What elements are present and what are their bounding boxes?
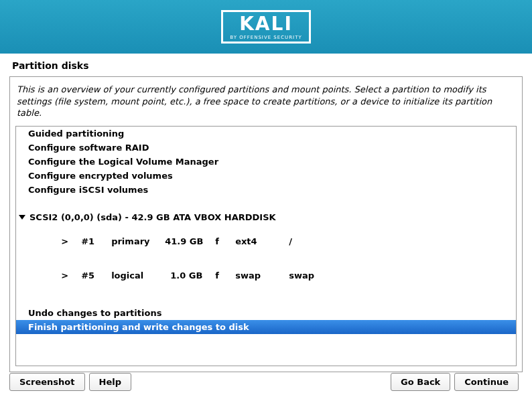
disk-label: SCSI2 (0,0,0) (sda) - 42.9 GB ATA VBOX H…	[29, 212, 276, 222]
option-configure-raid[interactable]: Configure software RAID	[16, 141, 516, 155]
partition-number: #1	[81, 236, 111, 246]
continue-button[interactable]: Continue	[454, 373, 519, 391]
partition-row[interactable]: > #5 logical 1.0 GB f swap swap	[16, 258, 516, 293]
option-configure-lvm[interactable]: Configure the Logical Volume Manager	[16, 155, 516, 169]
logo: KALI BY OFFENSIVE SECURITY	[221, 10, 310, 44]
logo-subtitle: BY OFFENSIVE SECURITY	[230, 35, 302, 40]
expand-triangle-icon	[19, 215, 25, 220]
screenshot-button[interactable]: Screenshot	[9, 373, 85, 391]
disk-header[interactable]: SCSI2 (0,0,0) (sda) - 42.9 GB ATA VBOX H…	[16, 210, 516, 224]
partition-flag: f	[215, 236, 235, 246]
option-undo-changes[interactable]: Undo changes to partitions	[16, 306, 516, 320]
partition-indicator: >	[61, 236, 81, 246]
spacer	[16, 293, 516, 306]
logo-text: KALI	[230, 15, 302, 33]
partition-number: #5	[81, 270, 111, 281]
partition-type: primary	[111, 236, 165, 246]
header-banner: KALI BY OFFENSIVE SECURITY	[0, 0, 532, 54]
partition-row[interactable]: > #1 primary 41.9 GB f ext4 /	[16, 224, 516, 258]
partition-mount: swap	[289, 270, 329, 281]
option-configure-iscsi[interactable]: Configure iSCSI volumes	[16, 183, 516, 197]
option-finish-partitioning[interactable]: Finish partitioning and write changes to…	[16, 320, 516, 334]
partition-size: 1.0 GB	[165, 270, 215, 281]
partition-filesystem: swap	[235, 270, 289, 281]
partition-flag: f	[215, 270, 235, 281]
partition-filesystem: ext4	[235, 236, 289, 246]
footer-bar: Screenshot Help Go Back Continue	[9, 373, 523, 391]
partition-size: 41.9 GB	[165, 236, 215, 246]
partition-list[interactable]: Guided partitioning Configure software R…	[15, 126, 517, 366]
spacer	[16, 197, 516, 210]
page-title: Partition disks	[0, 54, 532, 76]
option-configure-encrypted[interactable]: Configure encrypted volumes	[16, 169, 516, 183]
go-back-button[interactable]: Go Back	[391, 373, 450, 391]
partition-mount: /	[289, 236, 329, 246]
help-button[interactable]: Help	[89, 373, 131, 391]
option-guided-partitioning[interactable]: Guided partitioning	[16, 127, 516, 141]
intro-text: This is an overview of your currently co…	[10, 77, 522, 126]
content-panel: This is an overview of your currently co…	[9, 76, 523, 372]
partition-indicator: >	[61, 270, 81, 281]
partition-type: logical	[111, 270, 165, 281]
